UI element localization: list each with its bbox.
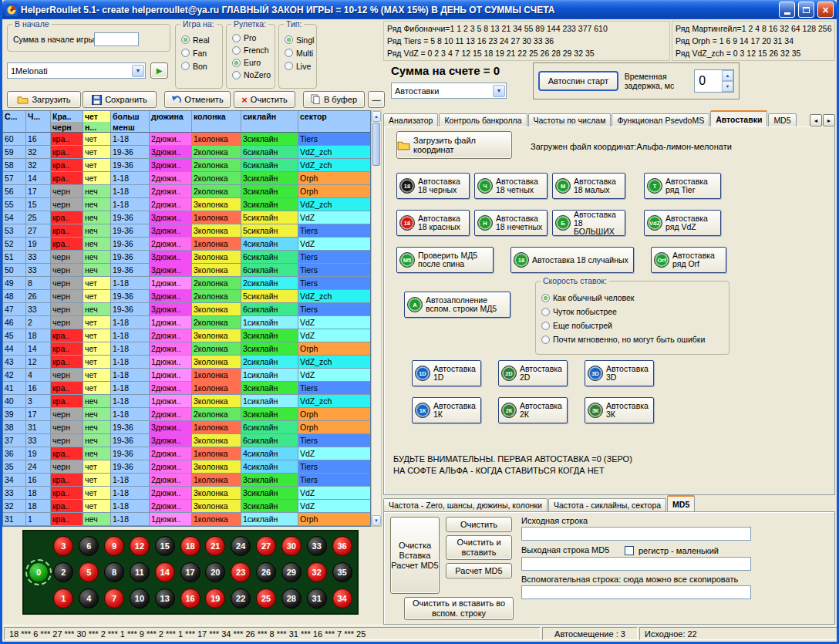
md5-source-input[interactable] <box>521 527 751 541</box>
radio-option[interactable]: Чуток побыстрее <box>536 305 729 319</box>
board-number-7[interactable]: 7 <box>104 588 124 609</box>
scroll-up-icon[interactable]: ▲ <box>372 111 381 122</box>
autobet-select[interactable]: Автоставки ▼ <box>391 83 507 99</box>
table-row[interactable]: 3416кра..чет1-182дюжи..1колонка3сиклайнT… <box>3 474 370 487</box>
bet-button[interactable]: 18Автоставка 18 черных <box>396 173 470 199</box>
table-row[interactable]: 3619кра..неч19-362дюжи..1колонка4сиклайн… <box>3 447 370 460</box>
bet-button[interactable]: 1КАвтоставка 1К <box>412 397 481 423</box>
table-row[interactable]: 5832кра..чет19-363дюжи..2колонка6сиклайн… <box>3 159 370 172</box>
radio-option[interactable]: Bon <box>176 59 222 72</box>
load-button[interactable]: Загрузить <box>7 91 81 108</box>
table-row[interactable]: 462чернчет1-181дюжи..2колонка1сиклайнVdZ <box>3 316 370 329</box>
radio-option[interactable]: Multi <box>279 46 316 59</box>
radio-option[interactable]: Live <box>279 59 316 72</box>
radio-option[interactable]: French <box>227 44 275 56</box>
table-row[interactable]: 424чернчет1-181дюжи..1колонка1сиклайнVdZ <box>3 369 370 382</box>
board-number-22[interactable]: 22 <box>231 588 251 609</box>
table-row[interactable]: 5219кра..неч19-362дюжи..1колонка4сиклайн… <box>3 238 370 251</box>
tab-Анализатор[interactable]: Анализатор <box>383 113 438 126</box>
tab-Автоставки[interactable]: Автоставки <box>710 110 767 126</box>
radio-option[interactable]: Еще побыстрей <box>536 319 729 332</box>
bet-button[interactable]: 3DАвтоставка 3D <box>585 360 654 386</box>
save-button[interactable]: Сохранить <box>83 91 157 108</box>
table-row[interactable]: 3524чернчет19-362дюжи..3колонка4сиклайнT… <box>3 460 370 474</box>
board-number-28[interactable]: 28 <box>281 588 302 609</box>
table-row[interactable]: 3831черннеч19-363дюжи..1колонка6сиклайнO… <box>3 421 370 434</box>
table-row[interactable]: 5714кра..чет1-182дюжи..2колонка3сиклайнO… <box>3 172 370 185</box>
tab-Частота - Zero, шансы, дюжины, колонки[interactable]: Частота - Zero, шансы, дюжины, колонки <box>383 498 548 511</box>
scrollbar-thumb[interactable] <box>372 123 380 166</box>
scroll-down-icon[interactable]: ▼ <box>372 515 381 526</box>
table-row[interactable]: 5617черннеч1-182дюжи..2колонка3сиклайнOr… <box>3 185 370 198</box>
table-row[interactable]: 3733черннеч19-363дюжи..3колонка6сиклайнT… <box>3 434 370 447</box>
tabs-scroll-right-icon[interactable]: ► <box>823 114 835 126</box>
tab-Функционал PsevdoMS[interactable]: Функционал PsevdoMS <box>612 113 709 126</box>
md5-helper-input[interactable] <box>521 585 751 599</box>
board-number-13[interactable]: 13 <box>155 588 175 609</box>
bet-button[interactable]: 2DАвтоставка 2D <box>498 360 568 386</box>
board-number-5[interactable]: 5 <box>79 562 99 582</box>
board-number-16[interactable]: 16 <box>180 588 200 609</box>
table-row[interactable]: 3218кра..чет1-182дюжи..3колонка3сиклайнV… <box>3 500 370 513</box>
bet-button[interactable]: OrfАвтоставка ряд Orf <box>651 247 726 273</box>
radio-option[interactable]: NoZero <box>227 69 275 81</box>
tab-MD5[interactable]: MD5 <box>768 113 796 126</box>
register-checkbox[interactable] <box>625 546 634 555</box>
table-row[interactable]: 4826чернчет19-363дюжи..2колонка5сиклайнV… <box>3 290 370 303</box>
spinner-down-icon[interactable]: ▼ <box>722 81 733 92</box>
bet-button[interactable]: 18Автоставка 18 красных <box>396 210 470 236</box>
board-number-12[interactable]: 12 <box>130 536 150 556</box>
chevron-down-icon[interactable]: ▼ <box>493 85 505 97</box>
tab-Частота - сиклайны, сектора[interactable]: Частота - сиклайны, сектора <box>548 498 666 511</box>
table-row[interactable]: 4116кра..чет1-182дюжи..1колонка3сиклайнT… <box>3 382 370 395</box>
bet-button[interactable]: М5Проверить МД5 после спина <box>396 247 494 273</box>
board-number-30[interactable]: 30 <box>281 536 302 556</box>
table-row[interactable]: 5327кра..неч19-363дюжи..3колонка5сиклайн… <box>3 224 370 238</box>
table-row[interactable]: 3917черннеч1-182дюжи..2колонка3сиклайнOr… <box>3 408 370 421</box>
table-row[interactable]: 4733черннеч19-363дюжи..3колонка6сиклайнT… <box>3 303 370 316</box>
radio-option[interactable]: Почти мгновенно, но могут быть ошибки <box>536 332 729 346</box>
board-number-3[interactable]: 3 <box>53 536 73 556</box>
tab-MD5[interactable]: MD5 <box>667 495 695 511</box>
table-row[interactable]: 403кра..неч1-181дюжи..3колонка1сиклайнVd… <box>3 395 370 408</box>
board-number-35[interactable]: 35 <box>332 562 352 582</box>
radio-option[interactable]: Как обычный человек <box>536 291 729 305</box>
close-button[interactable]: × <box>817 2 834 18</box>
profile-select[interactable]: 1Melonati ▼ <box>7 62 146 79</box>
table-row[interactable]: 498чернчет1-181дюжи..2колонка2сиклайнTie… <box>3 277 370 290</box>
radio-option[interactable]: Pro <box>227 32 275 44</box>
board-number-36[interactable]: 36 <box>332 536 352 556</box>
chevron-down-icon[interactable]: ▼ <box>132 65 144 77</box>
play-button[interactable]: ▶ <box>150 62 168 79</box>
md5-clear-paste-helper-button[interactable]: Очистить и вставить во вспом. строку <box>404 597 514 620</box>
fill-md5-helper-button[interactable]: А Автозаполнение вспом. строки МД5 <box>404 292 510 318</box>
copy-to-buffer-button[interactable]: В буфер <box>303 91 365 108</box>
board-number-33[interactable]: 33 <box>307 536 327 556</box>
table-row[interactable]: 5033черннеч19-363дюжи..3колонка6сиклайнT… <box>3 264 370 277</box>
board-number-18[interactable]: 18 <box>180 536 200 556</box>
board-number-31[interactable]: 31 <box>307 588 327 609</box>
board-number-2[interactable]: 2 <box>53 562 73 582</box>
tabs-scroll-left-icon[interactable]: ◄ <box>810 114 822 126</box>
table-scrollbar[interactable]: ▲ ▼ <box>371 110 382 527</box>
load-coords-button[interactable]: Загрузить файл координат <box>396 131 512 159</box>
tab-Частоты по числам[interactable]: Частоты по числам <box>528 113 612 126</box>
board-number-34[interactable]: 34 <box>332 588 352 609</box>
md5-operations-button[interactable]: Очистка Вставка Расчет MD5 <box>390 517 440 594</box>
board-number-9[interactable]: 9 <box>104 536 124 556</box>
bet-button[interactable]: 2КАвтоставка 2К <box>498 397 568 423</box>
board-number-14[interactable]: 14 <box>155 562 175 582</box>
bet-button[interactable]: 3КАвтоставка 3К <box>585 397 654 423</box>
delay-spinner[interactable]: 0 ▲ ▼ <box>694 69 734 93</box>
md5-clear-button[interactable]: Очистить <box>446 517 512 532</box>
autospin-start-button[interactable]: Автоспин старт <box>538 71 618 91</box>
table-row[interactable]: 5425кра..неч19-363дюжи..1колонка5сиклайн… <box>3 211 370 224</box>
spinner-up-icon[interactable]: ▲ <box>722 70 733 81</box>
bet-button[interactable]: МАвтоставка 18 малых <box>552 173 625 199</box>
radio-option[interactable]: Fan <box>176 46 222 59</box>
start-sum-input[interactable] <box>94 32 139 46</box>
bet-button[interactable]: ТАвтоставка ряд Tier <box>644 173 721 199</box>
radio-option[interactable]: Singl <box>279 33 316 46</box>
bet-button[interactable]: НАвтоставка 18 нечетных <box>474 210 548 236</box>
board-number-6[interactable]: 6 <box>79 536 99 556</box>
